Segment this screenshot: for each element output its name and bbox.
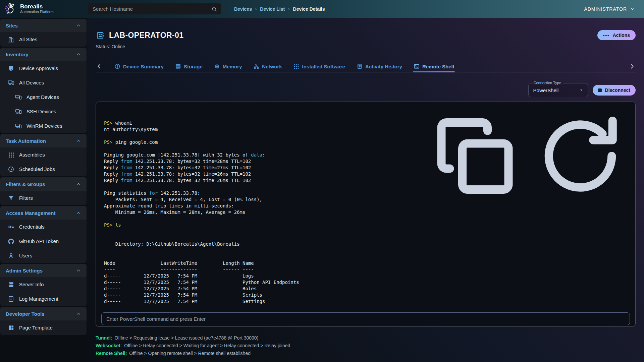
tab-device-summary[interactable]: Device Summary [114, 61, 164, 72]
tab-label: Installed Software [302, 64, 345, 69]
sidebar-item-scheduled-jobs[interactable]: Scheduled Jobs [0, 162, 87, 176]
tab-installed-software[interactable]: Installed Software [293, 61, 345, 72]
tab-storage[interactable]: Storage [175, 61, 203, 72]
search-hostname-box[interactable] [88, 3, 221, 14]
info-icon [114, 63, 120, 69]
sidebar-section-label: Developer Tools [6, 311, 45, 317]
sidebar-section-header-task-automation[interactable]: Task Automation [0, 134, 87, 147]
terminal-line [104, 184, 627, 190]
sidebar-section-label: Admin Settings [6, 268, 43, 274]
breadcrumb-item[interactable]: Device List [260, 6, 285, 12]
sidebar-item-all-sites[interactable]: All Sites [0, 32, 87, 47]
terminal-line: Approximate round trip times in milli-se… [104, 203, 627, 209]
devices-icon [15, 94, 22, 101]
tab-label: Network [262, 64, 282, 69]
sidebar: SitesAll SitesInventoryDevice ApprovalsA… [0, 18, 87, 362]
sidebar-section-header-filters-groups[interactable]: Filters & Groups [0, 177, 87, 191]
tab-label: Storage [184, 64, 203, 69]
actions-button[interactable]: ••• Actions [597, 30, 636, 40]
chevron-up-icon [76, 52, 81, 57]
terminal-line [104, 133, 627, 139]
terminal-line: Pinging google.com [142.251.33.78] with … [104, 152, 627, 158]
status-line-text: Offline > Relay connected > Waiting for … [124, 343, 290, 348]
sidebar-item-log-management[interactable]: Log Management [0, 292, 87, 306]
tabs-scroll-right[interactable] [628, 63, 636, 70]
status-line-label: Remote Shell: [96, 351, 127, 356]
sidebar-section-header-inventory[interactable]: Inventory [0, 48, 87, 61]
sidebar-section-header-access-management[interactable]: Access Management [0, 206, 87, 220]
user-menu[interactable]: ADMINISTRATOR [584, 6, 635, 12]
top-header: Borealis Automation Platform Devices›Dev… [0, 0, 644, 18]
breadcrumb-item[interactable]: Devices [234, 6, 252, 12]
search-input[interactable] [92, 6, 211, 12]
sidebar-item-all-devices[interactable]: All Devices [0, 75, 87, 90]
sidebar-item-github-api-token[interactable]: GitHub API Token [0, 234, 87, 248]
shell-command-input[interactable] [101, 312, 630, 325]
tab-label: Device Summary [123, 64, 164, 69]
disconnect-button[interactable]: Disconnect [593, 85, 636, 96]
app-subtitle: Automation Platform [20, 10, 54, 14]
sidebar-item-winrm-devices[interactable]: WinRM Devices [0, 119, 87, 133]
device-tabs: Device SummaryStorageMemoryNetworkInstal… [96, 61, 636, 72]
terminal-line: Ping statistics for 142.251.33.78: [104, 190, 627, 196]
disconnect-button-label: Disconnect [605, 87, 630, 93]
log-icon [8, 296, 14, 302]
user-menu-label: ADMINISTRATOR [584, 6, 627, 12]
terminal-line: Mode LastWriteTime Length Name [104, 260, 627, 266]
terminal-output[interactable]: PS> whoamint authority\systemPS> ping go… [104, 120, 627, 305]
history-icon [357, 63, 363, 69]
sidebar-item-label: Users [19, 253, 32, 258]
tab-label: Remote Shell [422, 64, 454, 69]
sidebar-section-label: Task Automation [6, 138, 46, 144]
sidebar-section-header-sites[interactable]: Sites [0, 19, 87, 32]
sidebar-item-label: Filters [19, 195, 33, 201]
tab-activity-history[interactable]: Activity History [357, 61, 402, 72]
sidebar-item-label: Device Approvals [19, 65, 58, 71]
sidebar-item-filters[interactable]: Filters [0, 191, 87, 205]
building-icon [8, 36, 14, 43]
memory-icon [214, 63, 220, 69]
terminal-line: Packets: Sent = 4, Received = 4, Lost = … [104, 196, 627, 203]
terminal-line: d----- 12/7/2025 7:54 PM Scripts [104, 292, 627, 298]
more-dots-icon: ••• [603, 33, 610, 38]
apps-icon [293, 63, 299, 69]
chevron-up-icon [76, 23, 81, 28]
sidebar-item-users[interactable]: Users [0, 248, 87, 263]
sidebar-item-label: Agent Devices [26, 94, 59, 100]
sidebar-section-label: Sites [6, 23, 18, 28]
sidebar-section-sites: SitesAll Sites [0, 19, 87, 47]
connection-type-select[interactable]: Connection Type PowerShell [528, 83, 588, 97]
tab-label: Memory [223, 64, 242, 69]
devices-icon [15, 108, 22, 115]
chevron-right-icon [628, 66, 636, 71]
tab-memory[interactable]: Memory [214, 61, 242, 72]
status-label: Status: [96, 44, 110, 49]
sidebar-item-agent-devices[interactable]: Agent Devices [0, 90, 87, 104]
breadcrumb-separator-icon: › [288, 6, 289, 11]
status-line-tunnel: Tunnel:Offline > Requesting lease > Leas… [96, 334, 290, 342]
sidebar-item-label: Credentials [19, 224, 45, 230]
terminal-line: nt authority\system [104, 126, 627, 133]
sidebar-item-page-template[interactable]: Page Template [0, 320, 87, 335]
terminal-line: Reply from 142.251.33.78: bytes=32 time=… [104, 158, 627, 165]
sidebar-item-server-info[interactable]: Server Info [0, 277, 87, 292]
status-line-remote-shell: Remote Shell:Offline > Opening remote sh… [96, 350, 290, 357]
terminal-line [104, 247, 627, 254]
select-caret-icon [579, 88, 584, 93]
sidebar-section-header-developer-tools[interactable]: Developer Tools [0, 307, 87, 320]
sidebar-item-credentials[interactable]: Credentials [0, 220, 87, 234]
page-title: LAB-OPERATOR-01 [109, 31, 183, 40]
terminal-line: d----- 12/7/2025 7:54 PM Settings [104, 298, 627, 305]
borealis-logo: Borealis Automation Platform [0, 2, 85, 16]
tabs-scroll-left[interactable] [96, 63, 103, 70]
chevron-up-icon [76, 181, 81, 187]
sidebar-section-header-admin-settings[interactable]: Admin Settings [0, 264, 87, 277]
devices-icon [15, 123, 22, 129]
tab-network[interactable]: Network [253, 61, 282, 72]
tab-remote-shell[interactable]: Remote Shell [414, 61, 454, 72]
sidebar-item-assemblies[interactable]: Assemblies [0, 147, 87, 162]
sidebar-section-admin-settings: Admin SettingsServer InfoLog Management [0, 264, 87, 306]
sidebar-item-ssh-devices[interactable]: SSH Devices [0, 104, 87, 119]
sidebar-item-device-approvals[interactable]: Device Approvals [0, 61, 87, 75]
sidebar-item-label: SSH Devices [26, 109, 56, 114]
